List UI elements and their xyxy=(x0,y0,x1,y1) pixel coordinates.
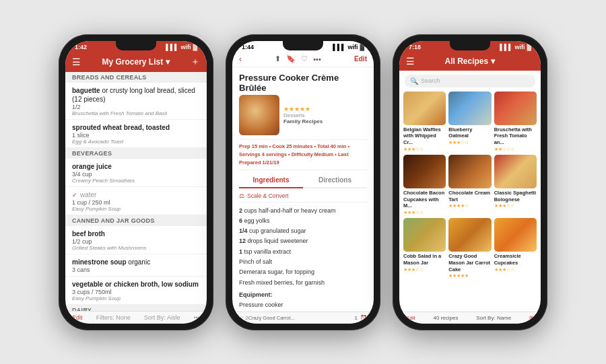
recipe-stars-creamsicle: ★★★☆☆ xyxy=(494,267,537,272)
section-breads: Breads and Cereals xyxy=(65,72,207,83)
recipe-card-spaghetti[interactable]: Classic Spaghetti Bolognese ★★★☆☆ xyxy=(494,155,537,215)
recipe-stars-bruschetta: ★★☆☆☆ xyxy=(494,147,537,152)
grocery-header-title[interactable]: My Grocery List ▾ xyxy=(102,57,169,67)
recipe-img-oatmeal xyxy=(448,92,491,125)
recipe-stars-chocbacon: ★★★☆☆ xyxy=(403,210,446,215)
back-button[interactable]: ‹ xyxy=(239,54,242,64)
recipe-thumb-img xyxy=(239,95,279,135)
recipe-name-choccake: Chocolate Cream Tart xyxy=(448,190,491,203)
recipe-name-oatmeal: Blueberry Oatmeal xyxy=(448,126,491,140)
recipes-header-title[interactable]: All Recipes ▾ xyxy=(444,57,494,66)
ingredient-7: Demerara sugar, for topping xyxy=(239,267,367,277)
ingredient-4: 12 drops liquid sweetener xyxy=(239,236,367,246)
notch-3 xyxy=(450,41,490,50)
add-icon[interactable]: ＋ xyxy=(191,56,200,68)
recipe-card-masonjar[interactable]: Crazy Good Mason Jar Carrot Cake ★★★★★ xyxy=(448,218,491,279)
recipe-category: Desserts xyxy=(283,112,367,118)
hamburger-icon-3[interactable]: ☰ xyxy=(406,56,415,67)
ingredient-6: Pinch of salt xyxy=(239,257,367,267)
more-icon-2[interactable]: ••• xyxy=(313,55,321,63)
recipe-source: Family Recipes xyxy=(283,118,367,124)
recipe-card-cobb[interactable]: Cobb Salad in a Mason Jar ★★★☆☆ xyxy=(403,218,446,279)
recipe-name-creamsicle: Creamsicle Cupcakes xyxy=(494,253,537,266)
recipes-footer: Edit 40 recipes Sort By: Name ⊞ xyxy=(399,312,541,324)
recipes-grid: Belgian Waffles with Whipped Cr... ★★★☆☆… xyxy=(399,92,541,306)
recipe-card-belgian[interactable]: Belgian Waffles with Whipped Cr... ★★★☆☆ xyxy=(403,92,446,152)
recipe-meta: ★★★★★ Desserts Family Recipes xyxy=(283,106,367,124)
recipe-card-bruschetta[interactable]: Bruschetta with Fresh Tomato an... ★★☆☆☆ xyxy=(494,92,537,152)
wifi-icon-3: wifi xyxy=(514,44,525,50)
recipe-stars: ★★★★★ xyxy=(283,106,367,112)
grocery-item-baguette: baguette or crusty long loaf bread, slic… xyxy=(65,83,207,120)
grocery-footer: Edit Filters: None Sort By: Aisle ••• xyxy=(65,311,207,324)
search-input[interactable]: Search xyxy=(421,77,440,84)
recipes-edit-button[interactable]: Edit xyxy=(406,315,415,321)
recipe-stars-belgian: ★★★☆☆ xyxy=(403,147,446,152)
recipe-thumbnail xyxy=(239,95,279,135)
edit-button[interactable]: Edit xyxy=(72,314,83,321)
ingredient-1: 2 cups half-and-half or heavy cream xyxy=(239,206,367,216)
recipes-sort: Sort By: Name xyxy=(476,315,511,321)
hamburger-icon[interactable]: ☰ xyxy=(72,57,81,67)
grocery-item-veg-broth: vegetable or chicken broth, low sodium 3… xyxy=(65,277,207,305)
tab-directions[interactable]: Directions xyxy=(303,173,367,187)
grid-view-icon[interactable]: ⊞ xyxy=(529,315,534,321)
recipe-img-choccake xyxy=(448,155,491,188)
battery-icon-2: ▓ xyxy=(360,44,364,50)
recipe-name-masonjar: Crazy Good Mason Jar Carrot Cake xyxy=(448,253,491,272)
recipe-name-bruschetta: Bruschetta with Fresh Tomato an... xyxy=(494,126,537,146)
bookmark-icon[interactable]: 🔖 xyxy=(286,54,296,63)
recipe-card-chocbacon[interactable]: Chocolate Bacon Cupcakes with M... ★★★☆☆ xyxy=(403,155,446,215)
tab-ingredients[interactable]: Ingredients xyxy=(239,173,303,188)
recipe-img-spaghetti xyxy=(494,155,537,188)
grocery-item-oj: orange juice 3/4 cup Creamy Peach Smooth… xyxy=(65,159,207,187)
recipe-card-creamsicle[interactable]: Creamsicle Cupcakes ★★★☆☆ xyxy=(494,218,537,279)
wifi-icon-2: wifi xyxy=(347,44,358,50)
ingredient-5: 1 tsp vanilla extract xyxy=(239,247,367,257)
phone-recipe-detail: 1:44 ▌▌▌ wifi ▓ ‹ ⬆ 🔖 ♡ ••• Edit xyxy=(226,34,380,330)
wifi-icon: wifi xyxy=(180,44,191,50)
recipe-name-cobb: Cobb Salad in a Mason Jar xyxy=(403,253,446,266)
recipes-header: ☰ All Recipes ▾ xyxy=(399,52,541,71)
recipe-name-belgian: Belgian Waffles with Whipped Cr... xyxy=(403,126,446,146)
more-icon[interactable]: ••• xyxy=(194,314,200,321)
recipe-title: Pressure Cooker Crème Brûlée xyxy=(239,73,367,93)
recipe-footer: ☆ 2 Crazy Good Carrot... 1 ⏰ xyxy=(232,312,374,324)
ingredient-8: Fresh mixed berries, for garnish xyxy=(239,278,367,288)
signal-icon-3: ▌▌▌ xyxy=(500,44,512,50)
recipe-img-creamsicle xyxy=(494,218,537,252)
scale-label: Scale & Convert xyxy=(247,192,288,199)
notch-2 xyxy=(283,41,323,50)
ingredient-2: 6 egg yolks xyxy=(239,216,367,226)
search-bar[interactable]: 🔍 Search xyxy=(405,75,535,87)
recipe-nav-bar: ‹ ⬆ 🔖 ♡ ••• Edit xyxy=(232,52,374,67)
recipe-name-chocbacon: Chocolate Bacon Cupcakes with M... xyxy=(403,190,446,209)
recipe-stats: Prep 15 min • Cook 25 minutes • Total 40… xyxy=(239,139,367,170)
recipe-img-bruschetta xyxy=(494,92,537,125)
sort-label: Sort By: Aisle xyxy=(144,314,180,321)
share-icon[interactable]: ⬆ xyxy=(275,54,281,63)
heart-icon[interactable]: ♡ xyxy=(301,54,308,63)
grocery-header: ☰ My Grocery List ▾ ＋ xyxy=(65,52,207,72)
equipment-1: Pressure cooker xyxy=(239,300,367,310)
time-3: 7:18 xyxy=(409,44,421,50)
status-icons-2: ▌▌▌ wifi ▓ xyxy=(333,44,364,50)
search-icon: 🔍 xyxy=(410,77,418,85)
phone-all-recipes: 7:18 ▌▌▌ wifi ▓ ☰ All Recipes ▾ 🔍 Search xyxy=(393,34,547,330)
time-2: 1:44 xyxy=(242,44,254,50)
recipe-card-choccake[interactable]: Chocolate Cream Tart ★★★★☆ xyxy=(448,155,491,215)
footer-count: 1 xyxy=(355,315,358,321)
footer-recipe-name: Crazy Good Carrot... xyxy=(248,315,352,321)
recipe-edit-button[interactable]: Edit xyxy=(354,55,367,63)
recipe-info-row: ★★★★★ Desserts Family Recipes xyxy=(239,95,367,135)
footer-star-icon: ☆ 2 xyxy=(239,315,248,321)
grocery-item-beef-broth: beef broth 1/2 cup Grilled Steaks with M… xyxy=(65,226,207,254)
recipe-tabs: Ingredients Directions xyxy=(239,173,367,188)
recipe-img-cobb xyxy=(403,218,446,252)
scale-icon: ⚖ xyxy=(239,192,244,199)
recipe-content: Pressure Cooker Crème Brûlée ★★★★★ Desse… xyxy=(232,67,374,324)
section-beverages: Beverages xyxy=(65,148,207,159)
scale-convert-row[interactable]: ⚖ Scale & Convert xyxy=(239,192,367,203)
footer-alarm-icon: ⏰ xyxy=(360,315,367,321)
recipe-card-oatmeal[interactable]: Blueberry Oatmeal ★★★☆☆ xyxy=(448,92,491,152)
